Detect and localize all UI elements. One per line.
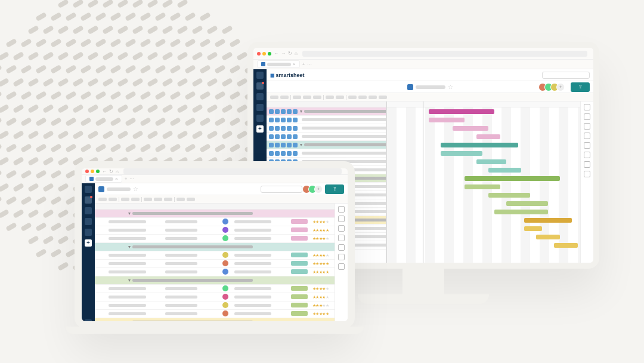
home-icon[interactable]: ⌂ <box>295 51 298 56</box>
gantt-bar[interactable] <box>488 168 521 173</box>
proofs-icon[interactable] <box>338 225 345 232</box>
section-header[interactable]: ▾ <box>95 210 335 218</box>
table-row[interactable]: ★★★★★ <box>95 268 335 276</box>
table-row[interactable]: ★★★★★ <box>95 310 335 318</box>
table-row[interactable]: ★★★★★ <box>95 285 335 293</box>
sheet-title[interactable] <box>107 187 131 191</box>
table-row[interactable]: ★★★★★ <box>95 302 335 310</box>
section-header[interactable]: ▾ <box>95 318 335 321</box>
activity-icon[interactable] <box>584 142 590 149</box>
activity-icon[interactable] <box>338 244 345 251</box>
gantt-bar[interactable] <box>465 176 560 181</box>
toolbar-button[interactable] <box>154 198 162 201</box>
gantt-bar[interactable] <box>524 226 542 231</box>
favorite-icon[interactable]: ☆ <box>448 84 453 90</box>
close-icon[interactable]: × <box>115 176 118 182</box>
gantt-bar[interactable] <box>453 126 488 131</box>
gantt-bar[interactable] <box>465 184 500 189</box>
nav-back-icon[interactable]: ← <box>102 169 107 174</box>
table-row[interactable]: ★★★★★ <box>95 235 335 243</box>
summary-icon[interactable] <box>338 254 345 260</box>
sidebar-favorites-icon[interactable] <box>256 115 264 122</box>
attachments-icon[interactable] <box>584 113 590 120</box>
table-row[interactable]: ★★★★★ <box>95 218 335 226</box>
toolbar-button[interactable] <box>280 96 289 99</box>
toolbar-button[interactable] <box>379 96 387 99</box>
toolbar-button[interactable] <box>358 96 367 99</box>
sidebar-recents-icon[interactable] <box>85 218 92 225</box>
section-header[interactable]: ▾ <box>95 243 335 251</box>
gantt-bar[interactable] <box>494 210 548 214</box>
proofs-icon[interactable] <box>584 123 590 130</box>
toolbar-button[interactable] <box>187 198 195 201</box>
add-collaborator-icon[interactable]: + <box>556 83 565 91</box>
reload-icon[interactable]: ↻ <box>109 169 113 174</box>
gantt-bar[interactable] <box>441 151 482 156</box>
sidebar-notifications-icon[interactable] <box>256 82 264 90</box>
brandfolder-icon[interactable] <box>584 161 590 168</box>
toolbar-button[interactable] <box>270 96 278 99</box>
conversations-icon[interactable] <box>584 133 590 139</box>
toolbar-button[interactable] <box>121 198 129 201</box>
gantt-bar[interactable] <box>476 159 506 164</box>
comments-icon[interactable] <box>338 206 345 213</box>
toolbar-button[interactable] <box>98 198 107 201</box>
gantt-bar[interactable] <box>488 193 530 198</box>
table-row[interactable]: ★★★★★ <box>95 226 335 235</box>
search-input[interactable] <box>261 186 302 193</box>
toolbar-button[interactable] <box>293 96 301 99</box>
sidebar-recents-icon[interactable] <box>256 104 264 111</box>
gantt-bar[interactable] <box>476 134 500 139</box>
home-icon[interactable]: ⌂ <box>116 169 119 174</box>
attachments-icon[interactable] <box>338 216 345 222</box>
share-button[interactable]: ⇪ <box>325 184 344 194</box>
toolbar-button[interactable] <box>177 198 185 201</box>
comments-icon[interactable] <box>584 104 590 110</box>
sheet-title[interactable] <box>416 85 445 89</box>
section-header[interactable]: ▾ <box>95 276 335 285</box>
close-icon[interactable]: × <box>293 61 296 67</box>
sidebar-favorites-icon[interactable] <box>85 229 92 236</box>
brandfolder-icon[interactable] <box>338 263 345 270</box>
favorite-icon[interactable]: ☆ <box>133 186 138 192</box>
new-tab-icon[interactable]: + <box>125 176 128 182</box>
table-row[interactable]: ★★★★★ <box>95 293 335 302</box>
gantt-bar[interactable] <box>506 201 548 206</box>
sidebar-home-icon[interactable] <box>256 72 264 79</box>
toolbar-button[interactable] <box>336 96 344 99</box>
sidebar-add-icon[interactable]: + <box>85 239 92 247</box>
sheet-grid[interactable]: ▾★★★★★★★★★★★★★★★▾★★★★★★★★★★★★★★★▾★★★★★★★… <box>95 204 335 321</box>
browser-tab[interactable]: × <box>257 60 300 68</box>
gantt-bar[interactable] <box>429 118 465 122</box>
search-input[interactable] <box>542 72 590 79</box>
browser-tab[interactable]: × <box>85 175 122 183</box>
summary-icon[interactable] <box>584 152 590 158</box>
toolbar-button[interactable] <box>313 96 321 99</box>
sidebar-home-icon[interactable] <box>85 186 92 193</box>
gantt-chart[interactable] <box>386 101 580 263</box>
sidebar-folder-icon[interactable] <box>85 207 92 214</box>
table-row[interactable]: ★★★★★ <box>95 251 335 260</box>
conversations-icon[interactable] <box>338 235 345 241</box>
url-bar[interactable] <box>123 168 342 174</box>
toolbar-button[interactable] <box>164 198 172 201</box>
gantt-bar[interactable] <box>536 235 560 239</box>
resource-icon[interactable] <box>584 171 590 177</box>
url-bar[interactable] <box>302 51 587 57</box>
reload-icon[interactable]: ↻ <box>288 51 292 56</box>
gantt-bar[interactable] <box>524 218 572 223</box>
sidebar-folder-icon[interactable] <box>256 93 264 100</box>
gantt-bar[interactable] <box>554 243 578 248</box>
toolbar-button[interactable] <box>348 96 357 99</box>
toolbar-button[interactable] <box>109 198 117 201</box>
toolbar-button[interactable] <box>369 96 377 99</box>
sidebar-apps-icon[interactable] <box>85 319 92 321</box>
gantt-bar[interactable] <box>429 109 494 114</box>
nav-fwd-icon[interactable]: → <box>281 51 286 56</box>
toolbar-button[interactable] <box>131 198 140 201</box>
sidebar-notifications-icon[interactable] <box>85 196 92 204</box>
nav-back-icon[interactable]: ← <box>274 51 278 56</box>
share-button[interactable]: ⇪ <box>571 82 590 92</box>
sidebar-add-icon[interactable]: + <box>256 125 264 133</box>
toolbar-button[interactable] <box>303 96 311 99</box>
